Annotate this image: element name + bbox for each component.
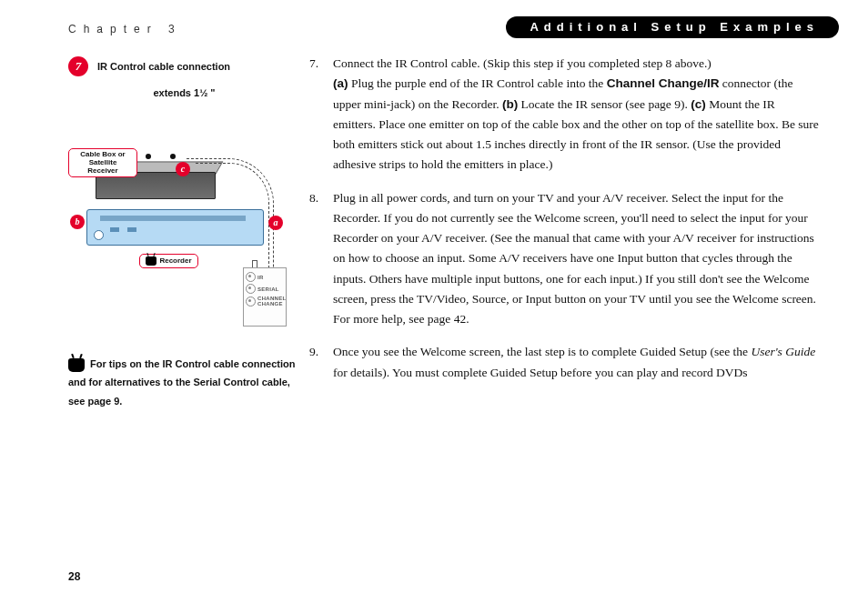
tip-text: For tips on the IR Control cable connect…: [68, 358, 296, 407]
jack-icon: [246, 296, 256, 307]
port-label-serial: SERIAL: [257, 286, 279, 292]
sidebar-tip: For tips on the IR Control cable connect…: [68, 355, 305, 410]
callout-cable-box: Cable Box or Satellite Receiver: [68, 148, 137, 177]
step-8-text: Plug in all power cords, and turn on you…: [333, 191, 816, 327]
step-9-pre: Once you see the Welcome screen, the las…: [333, 345, 751, 358]
figure-title: IR Control cable connection: [97, 61, 230, 72]
step-number: 9.: [309, 342, 318, 362]
page: Chapter 3 Additional Setup Examples 7 IR…: [0, 0, 868, 603]
jack-icon: [246, 284, 256, 294]
sub-a-pre: Plug the purple end of the IR Control ca…: [348, 76, 607, 90]
ir-emitter-icon: [170, 154, 176, 159]
callout-recorder: Recorder: [139, 254, 198, 268]
sub-b-label: (b): [502, 97, 518, 111]
port-panel: IR SERIAL CHANNEL CHANGE: [243, 267, 287, 327]
marker-a: a: [268, 216, 283, 230]
sub-b-text: Locate the IR sensor (see page 9).: [518, 97, 691, 111]
ir-emitter-icon: [146, 154, 151, 159]
port-label-ir: IR: [257, 275, 264, 280]
page-number: 28: [68, 570, 80, 583]
step-8: 8. Plug in all power cords, and turn on …: [309, 188, 819, 330]
page-header: Chapter 3 Additional Setup Examples: [68, 20, 839, 44]
sub-c-label: (c): [691, 97, 706, 111]
marker-b: b: [70, 215, 85, 229]
recorder-button-icon: [94, 230, 104, 240]
callout-recorder-label: Recorder: [159, 257, 191, 266]
step-7-lead: Connect the IR Control cable. (Skip this…: [333, 56, 712, 70]
marker-c: c: [176, 162, 190, 176]
step-9: 9. Once you see the Welcome screen, the …: [309, 342, 819, 383]
step-number: 8.: [309, 188, 318, 208]
step-9-post: for details). You must complete Guided S…: [333, 366, 748, 379]
step-number: 7.: [309, 54, 318, 74]
sub-a-label: (a): [333, 76, 348, 90]
recorder-button-icon: [110, 227, 119, 232]
recorder-button-icon: [127, 227, 136, 232]
section-banner: Additional Setup Examples: [506, 16, 839, 38]
figure-title-row: 7 IR Control cable connection: [68, 56, 300, 76]
figure-extends-label: extends 1½ ": [68, 87, 300, 98]
body-text: 7. Connect the IR Control cable. (Skip t…: [309, 54, 819, 396]
wiring-diagram: IR SERIAL CHANNEL CHANGE Cable Box or Sa…: [68, 104, 300, 340]
users-guide-ref: User's Guide: [751, 345, 815, 358]
port-label-channel-change: CHANNEL CHANGE: [257, 296, 286, 307]
chapter-label: Chapter 3: [68, 23, 182, 35]
jack-icon: [246, 272, 256, 282]
connector-name: Channel Change/IR: [607, 76, 720, 90]
tivo-icon: [146, 256, 156, 266]
step-number-badge: 7: [68, 56, 88, 76]
sidebar-figure: 7 IR Control cable connection extends 1½…: [68, 56, 300, 340]
tivo-icon: [68, 358, 85, 372]
step-7: 7. Connect the IR Control cable. (Skip t…: [309, 54, 819, 176]
